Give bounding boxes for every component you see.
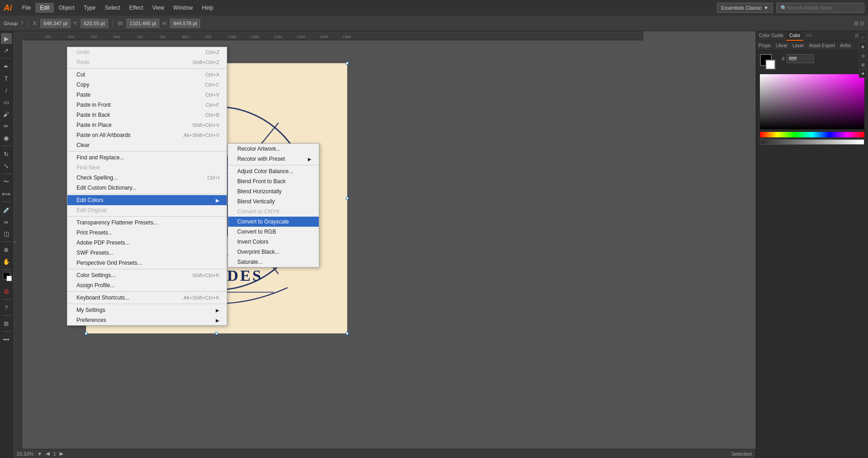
menu-paste[interactable]: Paste Ctrl+V <box>67 90 227 100</box>
width-tool[interactable]: ⟺ <box>1 188 12 199</box>
menu-redo[interactable]: Redo Shift+Ctrl+Z <box>67 57 227 67</box>
fill-color[interactable] <box>3 272 10 279</box>
submenu-recolor-artwork[interactable]: Recolor Artwork... <box>228 144 319 154</box>
submenu-invert-colors[interactable]: Invert Colors <box>228 237 319 247</box>
menu-find-replace[interactable]: Find and Replace... <box>67 153 227 163</box>
symbols-icon[interactable]: ✦ <box>859 70 867 78</box>
artboard-tool[interactable]: ⊞ <box>1 318 12 329</box>
background-swatch[interactable] <box>765 60 775 70</box>
blend-tool[interactable]: ∞ <box>1 216 12 227</box>
more-tools[interactable]: ••• <box>1 334 12 345</box>
menu-find-next[interactable]: Find Next <box>67 163 227 173</box>
menu-transparency-presets[interactable]: Transparency Flattener Presets... <box>67 218 227 228</box>
hand-tool[interactable]: ✋ <box>1 256 12 267</box>
pencil-tool[interactable]: ✏ <box>1 120 12 131</box>
menu-view[interactable]: View <box>148 3 169 13</box>
menu-print-presets[interactable]: Print Presets... <box>67 228 227 238</box>
y-value[interactable]: 625.55 pt <box>81 19 108 28</box>
type-tool[interactable]: T <box>1 73 12 84</box>
zoom-expand[interactable]: ▼ <box>37 451 42 457</box>
none-stroke[interactable]: ⊘ <box>1 286 12 297</box>
eyedropper-tool[interactable]: 💉 <box>1 204 12 215</box>
w-value[interactable]: 1101.465 pt <box>126 19 159 28</box>
menu-select[interactable]: Select <box>100 3 125 13</box>
color-gradient-picker[interactable] <box>760 74 864 129</box>
menu-help[interactable]: Help <box>197 3 218 13</box>
tab-properties[interactable]: Prope <box>756 41 774 50</box>
tab-expand[interactable]: >> <box>803 31 814 41</box>
menu-clear[interactable]: Clear <box>67 140 227 150</box>
nav-prev[interactable]: ◀ <box>46 451 49 457</box>
menu-edit-original[interactable]: Edit Original <box>67 205 227 215</box>
menu-custom-dict[interactable]: Edit Custom Dictionary... <box>67 183 227 193</box>
menu-paste-front[interactable]: Paste in Front Ctrl+F <box>67 100 227 110</box>
handle-bm[interactable] <box>215 332 218 335</box>
eraser-tool[interactable]: ◫ <box>1 228 12 239</box>
submenu-convert-grayscale[interactable]: Convert to Grayscale <box>228 217 319 227</box>
tab-asset-export[interactable]: Asset Export <box>807 41 838 50</box>
handle-tr[interactable] <box>346 62 349 65</box>
menu-paste-all[interactable]: Paste on All Artboards Alt+Shift+Ctrl+V <box>67 130 227 140</box>
workspace-selector[interactable]: Essentials Classic ▼ <box>717 3 773 13</box>
tab-libraries[interactable]: Librar <box>774 41 791 50</box>
menu-edit-colors[interactable]: Edit Colors ▶ <box>67 195 227 205</box>
tab-artboards[interactable]: Artbo <box>838 41 853 50</box>
menu-effect[interactable]: Effect <box>125 3 147 13</box>
rotate-tool[interactable]: ↻ <box>1 148 12 159</box>
transform-icon[interactable]: ⊞ <box>859 60 867 69</box>
graphic-styles-icon[interactable]: ◎ <box>859 51 867 60</box>
submenu-adjust-color[interactable]: Adjust Color Balance... <box>228 166 319 176</box>
menu-object[interactable]: Object <box>54 3 79 13</box>
tab-color-guide[interactable]: Color Guide <box>756 31 786 41</box>
menu-assign-profile[interactable]: Assign Profile... <box>67 280 227 290</box>
submenu-saturate[interactable]: Saturate... <box>228 257 319 267</box>
menu-cut[interactable]: Cut Ctrl+X <box>67 70 227 80</box>
menu-paste-back[interactable]: Paste in Back Ctrl+B <box>67 110 227 120</box>
menu-preferences[interactable]: Preferences ▶ <box>67 315 227 325</box>
hue-slider[interactable] <box>760 132 864 137</box>
menu-keyboard-shortcuts[interactable]: Keyboard Shortcuts... Alt+Shift+Ctrl+K <box>67 293 227 303</box>
question-tool[interactable]: ? <box>1 302 12 313</box>
tab-layers[interactable]: Layer <box>790 41 807 50</box>
menu-pdf-presets[interactable]: Adobe PDF Presets... <box>67 238 227 248</box>
alpha-slider[interactable] <box>760 139 864 145</box>
warp-tool[interactable]: 〜 <box>1 176 12 187</box>
line-tool[interactable]: / <box>1 85 12 96</box>
properties-icon[interactable]: □ <box>859 33 867 41</box>
menu-perspective-presets[interactable]: Perspective Grid Presets... <box>67 258 227 268</box>
menu-my-settings[interactable]: My Settings ▶ <box>67 305 227 315</box>
zoom-display[interactable]: 33.33% <box>16 451 33 457</box>
tab-color[interactable]: Color <box>786 31 803 41</box>
submenu-convert-rgb[interactable]: Convert to RGB <box>228 227 319 237</box>
menu-copy[interactable]: Copy Ctrl+C <box>67 80 227 90</box>
menu-file[interactable]: File <box>17 3 35 13</box>
h-value[interactable]: 944.578 pt <box>170 19 200 28</box>
rect-tool[interactable]: ▭ <box>1 97 12 108</box>
handle-bl[interactable] <box>85 332 87 335</box>
paintbrush-tool[interactable]: 🖌 <box>1 109 12 120</box>
zoom-tool[interactable]: ⊕ <box>1 244 12 255</box>
menu-swf-presets[interactable]: SWF Presets... <box>67 248 227 258</box>
blob-brush-tool[interactable]: ◉ <box>1 132 12 143</box>
appearance-icon[interactable]: ◈ <box>859 42 867 50</box>
submenu-blend-horizontal[interactable]: Blend Horizontally <box>228 186 319 196</box>
canvas-area[interactable]: 402 504 576 649 720 793 864 928 1008 108… <box>13 31 756 458</box>
submenu-blend-front-back[interactable]: Blend Front to Back <box>228 176 319 186</box>
scale-tool[interactable]: ⤡ <box>1 160 12 171</box>
x-value[interactable]: 848.347 pt <box>40 19 71 28</box>
search-input[interactable] <box>787 5 860 11</box>
menu-edit[interactable]: Edit <box>35 3 54 13</box>
menu-color-settings[interactable]: Color Settings... Shift+Ctrl+K <box>67 270 227 280</box>
handle-br[interactable] <box>346 332 349 335</box>
menu-type[interactable]: Type <box>79 3 100 13</box>
nav-next[interactable]: ▶ <box>60 451 63 457</box>
pen-tool[interactable]: ✒ <box>1 61 12 72</box>
menu-spelling[interactable]: Check Spelling... Ctrl+I <box>67 173 227 183</box>
submenu-overprint-black[interactable]: Overprint Black... <box>228 247 319 257</box>
search-bar[interactable]: 🔍 <box>776 3 864 13</box>
direct-selection-tool[interactable]: ↗ <box>1 45 12 56</box>
hex-input[interactable] <box>786 54 814 63</box>
selection-tool[interactable]: ▶ <box>1 33 12 44</box>
handle-mr[interactable] <box>346 197 349 200</box>
submenu-recolor-preset[interactable]: Recolor with Preset ▶ <box>228 154 319 164</box>
